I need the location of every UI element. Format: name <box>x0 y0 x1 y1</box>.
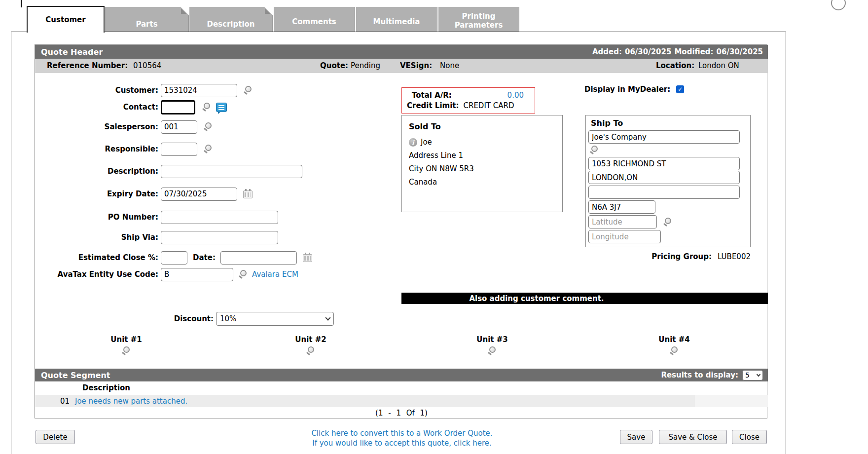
responsible-input[interactable] <box>161 143 197 156</box>
ship-to-address2-input[interactable] <box>588 171 740 184</box>
ship-to-address3-input[interactable] <box>588 186 740 199</box>
total-ar-label: Total A/R: <box>412 91 452 100</box>
tab-comments[interactable]: Comments <box>274 7 355 32</box>
contact-row: Contact: <box>40 100 227 114</box>
tab-printing-parameters[interactable]: Printing Parameters <box>438 7 519 32</box>
close-date-calendar-icon[interactable] <box>303 254 312 262</box>
quote-status-value: Pending <box>351 59 380 73</box>
unit-4-label: Unit #4 <box>645 335 704 344</box>
added-date: 06/30/2025 <box>625 47 671 56</box>
segment-row-link[interactable]: Joe needs new parts attached. <box>75 397 187 406</box>
quote-segment-bar: Quote Segment Results to display: 5 <box>35 369 768 381</box>
partial-circle-icon <box>831 0 846 10</box>
responsible-label: Responsible: <box>40 145 158 153</box>
pagination: (1 - 1 Of 1) <box>35 407 768 419</box>
expiry-date-row: Expiry Date: <box>40 187 253 201</box>
ship-to-address1-input[interactable] <box>588 157 740 170</box>
unit-4-search-icon[interactable] <box>669 346 679 356</box>
save-and-close-button[interactable]: Save & Close <box>659 430 727 444</box>
responsible-search-icon[interactable] <box>203 144 213 154</box>
ship-to-postal-input[interactable] <box>588 200 655 214</box>
discount-select[interactable]: 10% <box>216 312 334 326</box>
avatax-row: AvaTax Entity Use Code: Avalara ECM <box>40 267 298 281</box>
description-label: Description: <box>40 167 158 176</box>
sold-to-address3: Canada <box>409 176 562 189</box>
discount-value: 10% <box>220 314 236 323</box>
description-input[interactable] <box>161 165 302 178</box>
segment-column-header: Description <box>82 383 130 392</box>
location-label: Location: <box>656 59 694 73</box>
ship-to-search-icon[interactable] <box>589 145 599 155</box>
ship-via-row: Ship Via: <box>40 230 278 244</box>
mydealer-checkbox[interactable]: ✓ <box>676 85 684 93</box>
salesperson-search-icon[interactable] <box>203 122 213 132</box>
estimated-close-label: Estimated Close %: <box>40 253 158 262</box>
added-modified-dates: Added: 06/30/2025 Modified: 06/30/2025 <box>592 47 768 56</box>
latitude-input[interactable] <box>588 215 657 228</box>
accept-quote-link[interactable]: If you would like to accept this quote, … <box>312 439 491 448</box>
expiry-calendar-icon[interactable] <box>243 190 253 198</box>
customer-input[interactable] <box>161 84 237 97</box>
tab-parts-label: Parts <box>136 20 157 29</box>
total-ar-value: 0.00 <box>507 91 524 100</box>
salesperson-input[interactable] <box>161 120 197 134</box>
sold-to-title: Sold To <box>409 122 562 131</box>
ar-credit-box: Total A/R: 0.00 Credit Limit: CREDIT CAR… <box>401 87 535 114</box>
reference-row: Reference Number: 010564 Quote: Pending … <box>35 59 768 73</box>
close-button[interactable]: Close <box>732 430 767 444</box>
tab-description-label: Description <box>207 20 254 29</box>
tab-customer[interactable]: Customer <box>27 6 105 33</box>
tab-multimedia[interactable]: Multimedia <box>356 7 437 32</box>
expiry-date-input[interactable] <box>161 188 237 201</box>
discount-row: Discount: 10% <box>40 312 334 326</box>
avalara-ecm-link[interactable]: Avalara ECM <box>252 270 298 279</box>
quote-status-label: Quote: <box>320 59 348 73</box>
avatax-input[interactable] <box>161 268 233 281</box>
convert-to-work-order-link[interactable]: Click here to convert this to a Work Ord… <box>311 429 492 438</box>
contact-search-icon[interactable] <box>202 102 212 112</box>
mydealer-label: Display in MyDealer: <box>584 85 670 94</box>
contact-comment-icon[interactable] <box>216 103 227 112</box>
expiry-date-label: Expiry Date: <box>40 189 158 198</box>
save-button[interactable]: Save <box>620 430 652 444</box>
delete-button[interactable]: Delete <box>36 430 75 444</box>
avatax-label: AvaTax Entity Use Code: <box>40 270 158 279</box>
ship-to-company-input[interactable] <box>588 130 740 144</box>
avatax-search-icon[interactable] <box>238 269 248 279</box>
tab-multimedia-label: Multimedia <box>373 17 420 26</box>
sold-to-name: Joe <box>421 136 432 149</box>
sold-to-address1: Address Line 1 <box>409 149 562 162</box>
close-date-input[interactable] <box>220 251 297 265</box>
modified-label: Modified: <box>674 47 713 56</box>
info-icon[interactable] <box>409 138 417 147</box>
ship-via-input[interactable] <box>161 231 278 244</box>
tab-parts[interactable]: Parts <box>105 7 189 32</box>
quote-header-bar: Quote Header Added: 06/30/2025 Modified:… <box>35 45 768 59</box>
top-left-artifact <box>21 0 22 7</box>
dogear-cut-icon <box>264 6 273 15</box>
checkmark-icon: ✓ <box>678 86 683 93</box>
ship-via-label: Ship Via: <box>40 233 158 242</box>
sold-to-address2: City ON N8W 5R3 <box>409 162 562 176</box>
tab-description[interactable]: Description <box>189 7 273 32</box>
estimated-close-input[interactable] <box>161 251 187 265</box>
contact-input[interactable] <box>161 100 195 114</box>
unit-3: Unit #3 <box>463 335 522 358</box>
longitude-input[interactable] <box>588 230 661 243</box>
customer-search-icon[interactable] <box>243 85 253 95</box>
unit-3-label: Unit #3 <box>463 335 522 344</box>
discount-label: Discount: <box>40 314 214 323</box>
po-number-input[interactable] <box>161 211 278 224</box>
results-to-display-label: Results to display: <box>661 371 738 379</box>
unit-2-label: Unit #2 <box>281 335 340 344</box>
geocode-search-icon[interactable] <box>663 217 673 227</box>
po-number-label: PO Number: <box>40 213 158 222</box>
results-to-display-select[interactable]: 5 <box>742 370 763 380</box>
unit-2-search-icon[interactable] <box>306 346 316 356</box>
vesign-value: None <box>440 59 459 73</box>
added-label: Added: <box>592 47 622 56</box>
credit-limit-value: CREDIT CARD <box>464 101 514 110</box>
vesign-label: VESign: <box>400 59 432 73</box>
unit-3-search-icon[interactable] <box>487 346 497 356</box>
unit-1-search-icon[interactable] <box>121 346 131 356</box>
